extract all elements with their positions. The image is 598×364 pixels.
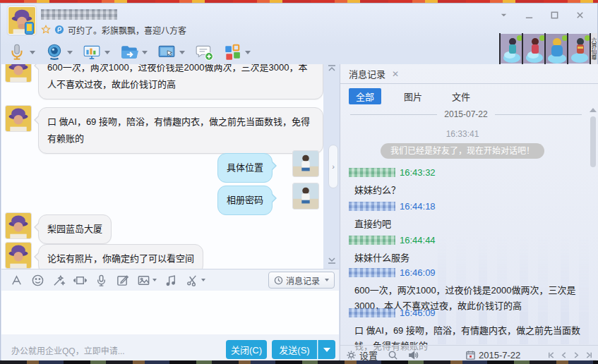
self-avatar[interactable] <box>292 150 319 177</box>
system-notice: 我们已经是好友了，现在开始对话吧！ <box>340 143 585 159</box>
history-entry-text: 妹妹什么服务 <box>354 250 587 266</box>
maximize-icon[interactable] <box>545 8 563 22</box>
enterprise-qq-link[interactable]: 办公就用企业QQ，立即申请... <box>11 344 125 356</box>
window-shake-icon[interactable] <box>73 274 87 287</box>
sent-message: 具体位置 <box>217 153 273 183</box>
history-timestamp: 16:33:41 <box>340 129 585 139</box>
voice-call-icon[interactable] <box>8 43 35 61</box>
entry-time: 16:46:09 <box>400 308 436 318</box>
star-icon[interactable] <box>41 25 51 35</box>
history-toggle-caret <box>325 279 329 281</box>
first-page-icon[interactable] <box>547 351 555 359</box>
filter-all[interactable]: 全部 <box>349 88 381 104</box>
history-filters: 全部 图片 文件 <box>349 88 477 104</box>
app-share-caret[interactable] <box>104 51 110 54</box>
send-options-button[interactable] <box>318 340 335 359</box>
game-character-thumb[interactable] <box>567 33 590 64</box>
received-message: 口 做AI，69 接吻，陪浴，有情趣内衣，做之前先当面数钱，免得有赖账的 <box>38 107 323 154</box>
mobile-online-icon <box>25 22 34 35</box>
date-divider-label: 2015-07-22 <box>444 109 487 119</box>
input-toolbar: 消息记录 <box>1 269 339 291</box>
app-share-icon[interactable] <box>83 43 110 61</box>
tab-close-icon[interactable]: ✕ <box>392 69 399 79</box>
history-entry-header: 16:44:44 <box>349 235 436 245</box>
magic-wand-icon[interactable] <box>52 274 66 287</box>
panel-collapse-handle[interactable]: › <box>328 145 338 188</box>
peer-avatar[interactable] <box>5 64 32 83</box>
scroll-bottom-icon[interactable] <box>327 256 338 266</box>
chat-message-area[interactable]: 600一次，两次1000，过夜价钱是2000做两次，三次是3000，本人不喜欢过… <box>1 64 323 269</box>
search-icon[interactable] <box>388 350 398 360</box>
history-entry-header: 16:43:32 <box>349 167 436 178</box>
last-page-icon[interactable] <box>585 351 593 359</box>
font-icon[interactable] <box>10 274 23 287</box>
peer-avatar[interactable] <box>5 242 32 269</box>
screenshot-icon[interactable] <box>186 274 205 287</box>
filter-files[interactable]: 文件 <box>445 88 477 104</box>
voice-message-icon[interactable] <box>95 274 108 287</box>
self-avatar[interactable] <box>292 183 319 210</box>
panel-scrollbar[interactable] <box>590 107 597 364</box>
music-icon[interactable] <box>165 274 178 287</box>
entry-time: 16:44:18 <box>400 201 436 212</box>
calendar-icon <box>465 350 476 360</box>
self-name-blurred <box>349 268 395 277</box>
peer-avatar[interactable] <box>5 212 32 239</box>
clock-icon <box>274 276 283 285</box>
peer-name-blurred <box>349 168 395 177</box>
voice-call-caret[interactable] <box>30 51 35 54</box>
screenshot-caret[interactable] <box>201 279 205 281</box>
file-transfer-caret[interactable] <box>142 51 148 54</box>
settings-button[interactable]: 设置 <box>346 348 378 362</box>
send-image-caret[interactable] <box>153 279 157 281</box>
qzone-icon[interactable] <box>54 25 64 35</box>
emoticon-icon[interactable] <box>31 274 44 287</box>
scroll-top-icon[interactable] <box>327 64 338 74</box>
game-character-thumb[interactable] <box>522 33 544 64</box>
game-character-thumb[interactable] <box>544 33 567 64</box>
history-toggle-button[interactable]: 消息记录 <box>268 272 335 289</box>
qq-apps-caret[interactable] <box>245 51 251 54</box>
skin-menu-icon[interactable] <box>494 8 513 22</box>
history-entry-header: 16:46:09 <box>349 267 436 278</box>
history-toggle-label: 消息记录 <box>286 274 320 286</box>
received-message: 梨园蓝岛大厦 <box>38 214 112 244</box>
video-call-icon[interactable] <box>45 43 73 61</box>
close-icon[interactable] <box>570 8 589 22</box>
create-group-icon[interactable] <box>195 43 213 61</box>
gear-icon <box>346 350 357 360</box>
date-picker-label: 2015-7-22 <box>479 350 520 360</box>
game-ad-banner[interactable]: 六界仙尊 <box>499 33 597 64</box>
filter-images[interactable]: 图片 <box>397 88 429 104</box>
qq-chat-window: 可约了。彩旗飘飘，喜迎八方客 六界仙尊 <box>0 0 598 364</box>
received-message: 600一次，两次1000，过夜价钱是2000做两次，三次是3000，本人不喜欢过… <box>38 64 323 99</box>
remote-desktop-icon[interactable] <box>157 43 185 61</box>
settings-label: 设置 <box>359 348 378 362</box>
file-transfer-icon[interactable] <box>120 43 148 61</box>
video-call-caret[interactable] <box>67 51 73 54</box>
qq-apps-icon[interactable] <box>223 43 251 61</box>
message-input[interactable] <box>1 291 339 334</box>
next-page-icon[interactable] <box>573 351 580 359</box>
handwrite-icon[interactable] <box>116 274 129 287</box>
date-picker[interactable]: 2015-7-22 <box>465 350 520 360</box>
game-character-thumb[interactable] <box>499 33 522 64</box>
prev-page-icon[interactable] <box>560 351 568 359</box>
signature-text: 可约了。彩旗飘飘，喜迎八方客 <box>68 24 186 36</box>
peer-avatar[interactable] <box>5 105 32 132</box>
scrollbar-up-icon[interactable] <box>590 108 597 112</box>
window-controls <box>494 8 589 22</box>
minimize-icon[interactable] <box>520 8 538 22</box>
game-ad-vertical-title[interactable]: 六界仙尊 <box>590 33 597 64</box>
remote-desktop-caret[interactable] <box>179 51 185 54</box>
send-image-icon[interactable] <box>137 274 157 287</box>
input-section: 消息记录 办公就用企业QQ，立即申请... 关闭(C) 发送(S) <box>1 269 339 363</box>
tab-message-history[interactable]: 消息记录 ✕ <box>349 67 399 80</box>
peer-name-blurred <box>349 236 395 245</box>
send-button[interactable]: 发送(S) <box>272 340 317 359</box>
scrollbar-thumb[interactable] <box>590 116 596 167</box>
close-button[interactable]: 关闭(C) <box>226 340 267 359</box>
speaker-icon[interactable] <box>408 350 419 360</box>
send-options-caret <box>323 348 330 352</box>
sent-message: 相册密码 <box>217 186 273 215</box>
